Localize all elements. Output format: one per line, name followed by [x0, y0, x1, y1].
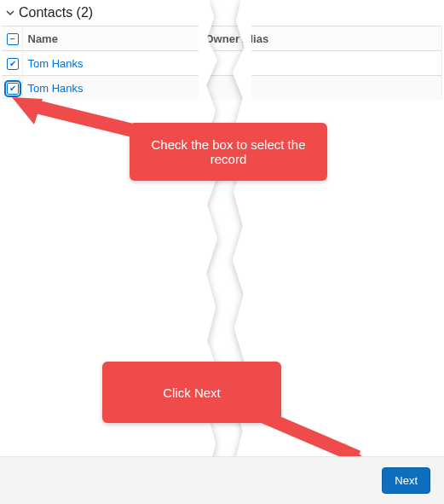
callout-text: Click Next — [163, 385, 221, 400]
footer-bar: Next — [0, 456, 444, 504]
contact-name-link[interactable]: Tom Hanks — [28, 82, 84, 95]
section-header[interactable]: Contacts (2) — [2, 0, 442, 26]
callout-click-next: Click Next — [102, 362, 281, 423]
row-checkbox[interactable] — [7, 83, 19, 95]
row-checkbox[interactable] — [7, 58, 19, 70]
callout-text: Check the box to select the record — [143, 137, 314, 166]
contact-name-link[interactable]: Tom Hanks — [28, 57, 84, 70]
select-all-checkbox[interactable] — [7, 33, 19, 45]
callout-check-box: Check the box to select the record — [130, 123, 327, 181]
column-header-name[interactable]: Name — [22, 26, 199, 51]
column-header-owner-alias[interactable]: Owner Alias — [199, 26, 442, 51]
contacts-table: Name Owner Alias Tom Hanks il Tom Hanks — [2, 26, 442, 100]
table-row[interactable]: Tom Hanks — [2, 76, 442, 101]
arrow-to-checkbox — [9, 96, 145, 147]
chevron-down-icon — [3, 8, 17, 18]
next-button[interactable]: Next — [382, 467, 430, 494]
select-all-header[interactable] — [2, 26, 22, 51]
table-row[interactable]: Tom Hanks il — [2, 51, 442, 76]
section-title: Contacts (2) — [19, 5, 93, 20]
svg-marker-0 — [12, 97, 43, 125]
owner-alias-cell: il — [205, 57, 210, 70]
